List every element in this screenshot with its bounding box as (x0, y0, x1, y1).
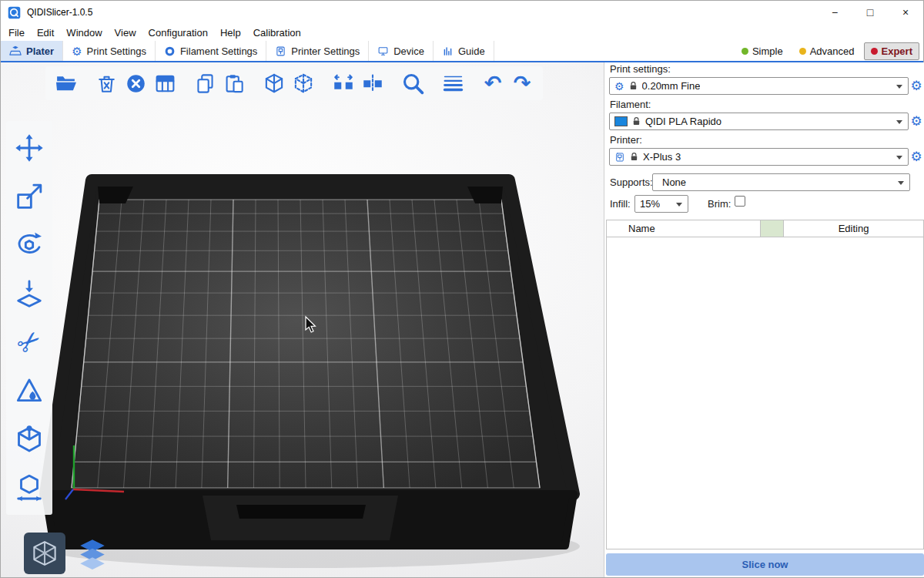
remove-instance-button[interactable] (290, 69, 316, 97)
tab-print-settings[interactable]: ⚙ Print Settings (63, 41, 156, 61)
menu-bar: File Edit Window View Configuration Help… (1, 24, 923, 41)
menu-help[interactable]: Help (214, 24, 247, 41)
filament-icon (164, 45, 176, 57)
main-area: ↶ ↷ ✂ Print settings: (1, 62, 923, 577)
print-settings-label: Print settings: (610, 63, 671, 75)
menu-window[interactable]: Window (60, 24, 108, 41)
printer-icon (275, 45, 286, 57)
window-controls: − □ × (817, 1, 923, 24)
seam-button[interactable] (12, 422, 47, 457)
print-settings-combo[interactable]: ⚙ 0.20mm Fine (609, 77, 909, 95)
supports-value: None (662, 176, 686, 188)
measure-button[interactable] (12, 470, 47, 506)
printer-combo[interactable]: X-Plus 3 (609, 148, 909, 166)
supports-label: Supports: (610, 176, 653, 188)
arrange-button[interactable] (152, 69, 178, 97)
printer-gear-button[interactable]: ⚙ (909, 148, 924, 166)
brim-label: Brim: (708, 198, 731, 210)
maximize-button[interactable]: □ (852, 1, 888, 24)
tab-print-settings-label: Print Settings (87, 45, 146, 57)
mode-advanced[interactable]: Advanced (792, 42, 862, 60)
infill-combo[interactable]: 15% (634, 195, 688, 213)
scale-button[interactable] (12, 179, 47, 214)
mode-advanced-label: Advanced (810, 45, 855, 57)
menu-file[interactable]: File (2, 24, 31, 41)
printer-value: X-Plus 3 (643, 151, 681, 163)
undo-button[interactable]: ↶ (480, 69, 506, 97)
column-name: Name (607, 220, 761, 237)
app-logo-icon (8, 6, 21, 19)
filament-combo[interactable]: QIDI PLA Rapido (609, 113, 909, 130)
delete-all-button[interactable] (122, 69, 149, 97)
column-editing: Editing (784, 220, 923, 237)
lock-icon (628, 81, 638, 91)
infill-label: Infill: (610, 198, 631, 210)
object-list[interactable]: Name Editing (606, 220, 924, 549)
place-on-face-button[interactable] (12, 276, 47, 311)
split-objects-button[interactable] (330, 69, 357, 97)
gear-icon: ⚙ (614, 81, 624, 92)
top-toolbar: ↶ ↷ (45, 66, 543, 100)
split-parts-button[interactable] (360, 69, 386, 97)
printer-label: Printer: (610, 134, 642, 146)
tab-device-label: Device (393, 45, 424, 57)
supports-combo[interactable]: None (652, 173, 910, 191)
filament-label: Filament: (610, 99, 651, 110)
rotate-button[interactable] (12, 227, 47, 263)
mode-expert[interactable]: Expert (864, 42, 919, 60)
move-button[interactable] (12, 130, 47, 166)
menu-calibration[interactable]: Calibration (247, 24, 307, 41)
app-window: QIDISlicer-1.0.5 − □ × File Edit Window … (0, 0, 924, 578)
preview-button[interactable] (72, 533, 113, 574)
simple-mode-dot-icon (742, 48, 748, 55)
tab-filament-settings[interactable]: Filament Settings (156, 41, 266, 61)
mode-simple-label: Simple (752, 45, 783, 57)
expert-mode-dot-icon (871, 48, 878, 55)
close-button[interactable]: × (888, 1, 923, 24)
brim-checkbox[interactable] (735, 196, 745, 207)
3d-editor-view-button[interactable] (24, 533, 65, 574)
delete-button[interactable] (93, 69, 119, 97)
printer-icon (614, 152, 625, 163)
open-button[interactable] (53, 69, 79, 97)
tab-printer-settings[interactable]: Printer Settings (266, 41, 369, 61)
minimize-button[interactable]: − (817, 1, 852, 24)
infill-value: 15% (640, 198, 660, 210)
lock-icon (631, 116, 641, 126)
3d-viewport[interactable]: ↶ ↷ ✂ (1, 62, 604, 577)
tab-device[interactable]: Device (369, 41, 434, 61)
tab-plater-label: Plater (26, 45, 54, 57)
window-title: QIDISlicer-1.0.5 (27, 7, 92, 18)
mode-switcher: Simple Advanced Expert (735, 41, 923, 61)
paint-supports-button[interactable] (12, 373, 47, 408)
device-icon (377, 45, 389, 57)
copy-button[interactable] (192, 69, 218, 97)
sidebar: Print settings: ⚙ 0.20mm Fine ⚙ Filament… (604, 62, 924, 577)
lock-icon (629, 152, 639, 162)
title-bar: QIDISlicer-1.0.5 − □ × (1, 1, 923, 24)
tab-filament-settings-label: Filament Settings (180, 45, 257, 57)
add-instance-button[interactable] (261, 69, 287, 97)
print-bed[interactable] (1, 62, 604, 577)
print-settings-gear-button[interactable]: ⚙ (909, 77, 924, 95)
slice-now-button[interactable]: Slice now (606, 553, 924, 576)
tab-plater[interactable]: Plater (1, 41, 63, 61)
redo-button[interactable]: ↷ (509, 69, 535, 97)
tab-guide[interactable]: Guide (434, 41, 494, 61)
column-color (761, 220, 784, 237)
search-button[interactable] (400, 69, 426, 97)
left-toolbar: ✂ (6, 121, 52, 515)
menu-view[interactable]: View (109, 24, 142, 41)
tab-printer-settings-label: Printer Settings (291, 45, 360, 57)
variable-layer-height-button[interactable] (440, 69, 466, 97)
view-toggle (24, 533, 113, 574)
print-settings-value: 0.20mm Fine (642, 80, 701, 92)
filament-gear-button[interactable]: ⚙ (909, 113, 924, 130)
advanced-mode-dot-icon (799, 48, 806, 55)
mode-simple[interactable]: Simple (735, 42, 790, 60)
paste-button[interactable] (221, 69, 247, 97)
menu-edit[interactable]: Edit (31, 24, 60, 41)
cut-button[interactable]: ✂ (12, 324, 47, 360)
plater-icon (9, 45, 22, 57)
menu-configuration[interactable]: Configuration (142, 24, 214, 41)
